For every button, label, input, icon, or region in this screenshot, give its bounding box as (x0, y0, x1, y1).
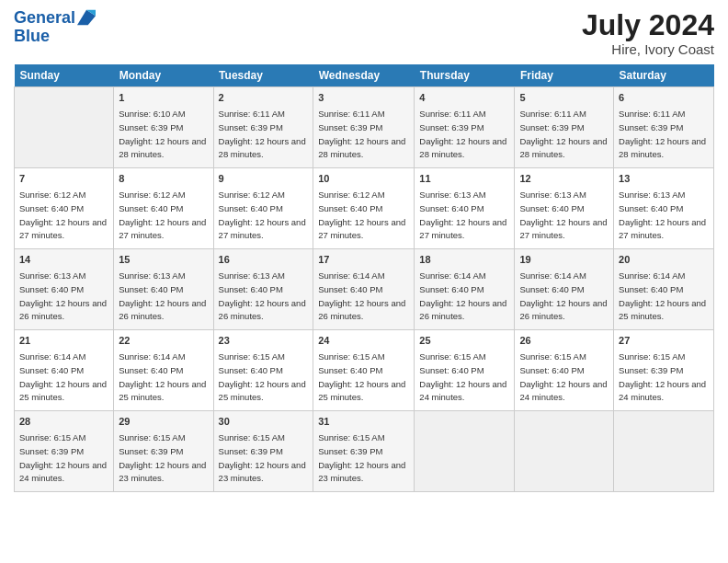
day-number: 25 (419, 334, 509, 348)
sunrise-text: Sunrise: 6:15 AM (318, 351, 384, 362)
sunset-text: Sunset: 6:40 PM (419, 203, 483, 213)
daylight-text: Daylight: 12 hours and 28 minutes. (519, 136, 607, 160)
sunset-text: Sunset: 6:40 PM (318, 284, 382, 294)
table-row: 25 Sunrise: 6:15 AM Sunset: 6:40 PM Dayl… (415, 330, 515, 411)
location: Hire, Ivory Coast (582, 41, 714, 57)
sunrise-text: Sunrise: 6:14 AM (519, 270, 586, 281)
sunset-text: Sunset: 6:40 PM (19, 365, 84, 375)
calendar-page: General Blue July 2024 Hire, Ivory Coast… (0, 0, 728, 563)
day-number: 31 (318, 415, 409, 429)
day-number: 15 (119, 253, 208, 267)
sunrise-text: Sunrise: 6:13 AM (519, 190, 586, 200)
sunset-text: Sunset: 6:39 PM (219, 122, 283, 132)
sunrise-text: Sunrise: 6:11 AM (519, 109, 586, 119)
day-number: 8 (119, 172, 208, 186)
daylight-text: Daylight: 12 hours and 28 minutes. (119, 136, 206, 160)
day-number: 9 (219, 172, 309, 186)
daylight-text: Daylight: 12 hours and 28 minutes. (419, 136, 506, 160)
day-number: 29 (119, 415, 208, 429)
day-number: 1 (119, 91, 208, 105)
daylight-text: Daylight: 12 hours and 24 minutes. (19, 460, 107, 484)
sunset-text: Sunset: 6:40 PM (119, 284, 183, 294)
sunset-text: Sunset: 6:39 PM (519, 122, 584, 132)
sunrise-text: Sunrise: 6:12 AM (318, 190, 384, 200)
sunset-text: Sunset: 6:40 PM (519, 203, 584, 213)
col-tuesday: Tuesday (213, 64, 313, 87)
sunrise-text: Sunrise: 6:12 AM (19, 190, 85, 200)
table-row: 30 Sunrise: 6:15 AM Sunset: 6:39 PM Dayl… (213, 411, 313, 492)
daylight-text: Daylight: 12 hours and 27 minutes. (318, 217, 405, 241)
sunrise-text: Sunrise: 6:15 AM (419, 351, 485, 362)
sunrise-text: Sunrise: 6:14 AM (619, 270, 685, 281)
table-row: 11 Sunrise: 6:13 AM Sunset: 6:40 PM Dayl… (415, 168, 515, 249)
sunset-text: Sunset: 6:40 PM (318, 365, 382, 375)
header: General Blue July 2024 Hire, Ivory Coast (14, 9, 714, 57)
daylight-text: Daylight: 12 hours and 27 minutes. (119, 217, 206, 241)
sunset-text: Sunset: 6:39 PM (19, 446, 84, 456)
sunset-text: Sunset: 6:39 PM (419, 122, 483, 132)
table-row: 3 Sunrise: 6:11 AM Sunset: 6:39 PM Dayli… (313, 87, 415, 168)
calendar-week-row: 7 Sunrise: 6:12 AM Sunset: 6:40 PM Dayli… (15, 168, 714, 249)
sunrise-text: Sunrise: 6:15 AM (19, 432, 85, 442)
table-row: 17 Sunrise: 6:14 AM Sunset: 6:40 PM Dayl… (313, 249, 415, 330)
table-row: 7 Sunrise: 6:12 AM Sunset: 6:40 PM Dayli… (15, 168, 114, 249)
daylight-text: Daylight: 12 hours and 28 minutes. (219, 136, 306, 160)
daylight-text: Daylight: 12 hours and 26 minutes. (119, 298, 206, 322)
day-number: 7 (19, 172, 108, 186)
sunrise-text: Sunrise: 6:11 AM (318, 109, 384, 119)
calendar-week-row: 14 Sunrise: 6:13 AM Sunset: 6:40 PM Dayl… (15, 249, 714, 330)
table-row: 23 Sunrise: 6:15 AM Sunset: 6:40 PM Dayl… (213, 330, 313, 411)
day-number: 16 (219, 253, 309, 267)
sunset-text: Sunset: 6:40 PM (219, 365, 283, 375)
day-number: 21 (19, 334, 108, 348)
sunset-text: Sunset: 6:40 PM (219, 203, 283, 213)
day-number: 11 (419, 172, 509, 186)
table-row: 2 Sunrise: 6:11 AM Sunset: 6:39 PM Dayli… (213, 87, 313, 168)
daylight-text: Daylight: 12 hours and 24 minutes. (419, 379, 506, 403)
sunset-text: Sunset: 6:40 PM (619, 203, 683, 213)
sunrise-text: Sunrise: 6:12 AM (119, 190, 185, 200)
table-row: 19 Sunrise: 6:14 AM Sunset: 6:40 PM Dayl… (515, 249, 614, 330)
day-number: 30 (219, 415, 309, 429)
sunset-text: Sunset: 6:40 PM (119, 203, 183, 213)
col-thursday: Thursday (415, 64, 515, 87)
daylight-text: Daylight: 12 hours and 25 minutes. (318, 379, 405, 403)
col-saturday: Saturday (614, 64, 714, 87)
day-number: 19 (519, 253, 609, 267)
daylight-text: Daylight: 12 hours and 26 minutes. (318, 298, 405, 322)
daylight-text: Daylight: 12 hours and 25 minutes. (619, 298, 706, 322)
calendar-header-row: Sunday Monday Tuesday Wednesday Thursday… (15, 64, 714, 87)
sunset-text: Sunset: 6:40 PM (419, 365, 483, 375)
table-row: 10 Sunrise: 6:12 AM Sunset: 6:40 PM Dayl… (313, 168, 415, 249)
daylight-text: Daylight: 12 hours and 28 minutes. (619, 136, 706, 160)
logo-icon (77, 8, 96, 27)
sunset-text: Sunset: 6:39 PM (119, 446, 183, 456)
table-row: 20 Sunrise: 6:14 AM Sunset: 6:40 PM Dayl… (614, 249, 714, 330)
sunset-text: Sunset: 6:40 PM (318, 203, 382, 213)
table-row: 14 Sunrise: 6:13 AM Sunset: 6:40 PM Dayl… (15, 249, 114, 330)
sunset-text: Sunset: 6:40 PM (419, 284, 483, 294)
sunrise-text: Sunrise: 6:11 AM (419, 109, 485, 119)
logo-text: General (14, 9, 75, 28)
col-wednesday: Wednesday (313, 64, 415, 87)
daylight-text: Daylight: 12 hours and 27 minutes. (619, 217, 706, 241)
daylight-text: Daylight: 12 hours and 27 minutes. (19, 217, 107, 241)
daylight-text: Daylight: 12 hours and 25 minutes. (119, 379, 206, 403)
day-number: 23 (219, 334, 309, 348)
table-row: 16 Sunrise: 6:13 AM Sunset: 6:40 PM Dayl… (213, 249, 313, 330)
sunrise-text: Sunrise: 6:15 AM (219, 432, 285, 442)
sunset-text: Sunset: 6:39 PM (619, 365, 683, 375)
day-number: 2 (219, 91, 309, 105)
sunset-text: Sunset: 6:39 PM (318, 122, 382, 132)
table-row (515, 411, 614, 492)
table-row: 1 Sunrise: 6:10 AM Sunset: 6:39 PM Dayli… (114, 87, 213, 168)
table-row: 21 Sunrise: 6:14 AM Sunset: 6:40 PM Dayl… (15, 330, 114, 411)
daylight-text: Daylight: 12 hours and 27 minutes. (519, 217, 607, 241)
calendar-table: Sunday Monday Tuesday Wednesday Thursday… (14, 64, 714, 492)
sunrise-text: Sunrise: 6:11 AM (619, 109, 685, 119)
daylight-text: Daylight: 12 hours and 23 minutes. (318, 460, 405, 484)
day-number: 14 (19, 253, 108, 267)
sunrise-text: Sunrise: 6:15 AM (519, 351, 586, 362)
sunset-text: Sunset: 6:40 PM (19, 203, 84, 213)
day-number: 5 (519, 91, 609, 105)
